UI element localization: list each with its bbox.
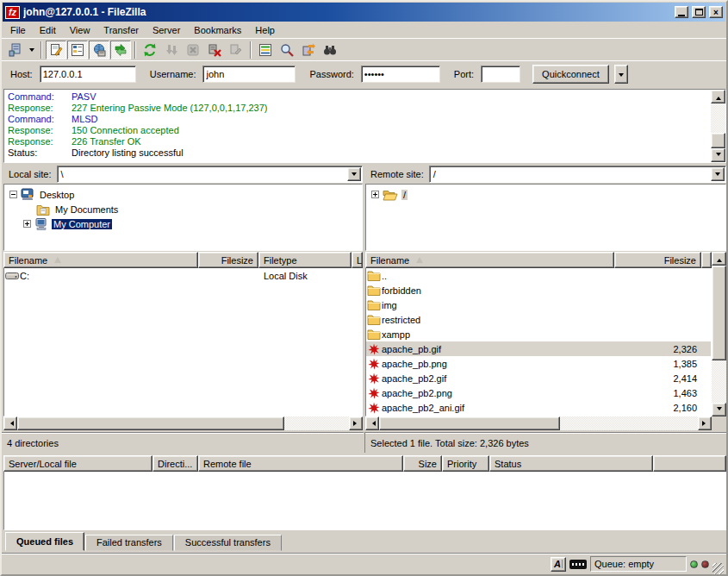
log-vertical-scrollbar[interactable] [711, 90, 725, 162]
remote-site-combo[interactable]: / [429, 166, 726, 183]
refresh-button[interactable] [140, 41, 160, 59]
tree-item-root[interactable]: / [366, 187, 725, 202]
local-site-combo[interactable]: \ [57, 166, 363, 183]
process-queue-button[interactable] [161, 41, 182, 59]
synchronized-browsing-button[interactable] [298, 41, 319, 59]
remote-vertical-scrollbar[interactable] [712, 252, 726, 416]
column-header-size[interactable]: Size [403, 455, 442, 472]
tree-item-my-computer[interactable]: My Computer [4, 216, 362, 231]
message-log-toggle-button[interactable] [46, 41, 66, 59]
file-row[interactable]: apache_pb2_ani.gif 2,160 [366, 400, 711, 415]
folder-icon [367, 285, 381, 296]
scroll-down-button[interactable] [712, 403, 726, 416]
username-input[interactable] [202, 66, 296, 83]
transfer-queue-list[interactable] [3, 472, 726, 530]
column-header-filetype[interactable]: Filetype [258, 252, 352, 268]
tab-failed-transfers[interactable]: Failed transfers [85, 535, 173, 551]
tree-item-desktop[interactable]: Desktop [4, 187, 362, 202]
column-header-direction[interactable]: Directi... [152, 455, 198, 472]
transfer-queue-toggle-button[interactable] [110, 41, 131, 59]
disconnect-button[interactable] [204, 41, 225, 59]
scrollbar-thumb[interactable] [712, 266, 726, 360]
sort-ascending-icon [54, 257, 61, 263]
remote-file-list[interactable]: .. forbidden img restricted xampp apache… [365, 268, 712, 416]
menu-transfer[interactable]: Transfer [96, 23, 146, 37]
log-row: Command:PASV [8, 91, 711, 103]
menu-file[interactable]: File [3, 23, 33, 37]
scrollbar-thumb[interactable] [17, 416, 284, 430]
toolbar [2, 38, 726, 60]
menu-view[interactable]: View [63, 23, 97, 37]
scroll-up-button[interactable] [711, 90, 725, 103]
resize-grip[interactable] [712, 563, 724, 574]
password-input[interactable] [361, 66, 440, 83]
file-row[interactable]: restricted [366, 312, 711, 327]
remote-tree-toggle-button[interactable] [89, 41, 109, 59]
column-header-remote-file[interactable]: Remote file [198, 455, 403, 472]
file-row[interactable]: apache_pb.png 1,385 [366, 356, 711, 371]
column-header-filename[interactable]: Filename [365, 252, 614, 268]
log-row: Response:226 Transfer OK [8, 136, 711, 147]
file-row[interactable]: xampp [366, 327, 711, 341]
host-label: Host: [10, 69, 33, 79]
scroll-right-button[interactable] [349, 416, 363, 430]
file-row[interactable]: img [366, 297, 711, 312]
scroll-right-button[interactable] [698, 416, 712, 430]
speed-limit-indicator-icon[interactable] [569, 560, 587, 569]
site-manager-button[interactable] [4, 41, 25, 59]
maximize-button[interactable] [692, 6, 706, 18]
collapse-icon[interactable] [9, 191, 17, 198]
column-header-filename[interactable]: Filename [3, 252, 198, 268]
scroll-left-button[interactable] [365, 416, 379, 430]
file-row[interactable]: apache_pb2.gif 2,414 [366, 371, 711, 385]
column-header-status[interactable]: Status [489, 455, 653, 472]
scrollbar-thumb[interactable] [711, 133, 725, 148]
menu-help[interactable]: Help [248, 23, 282, 37]
minimize-button[interactable] [675, 6, 688, 18]
tab-successful-transfers[interactable]: Successful transfers [174, 535, 282, 551]
message-log-body[interactable]: Command:PASV Response:227 Entering Passi… [4, 90, 711, 162]
column-header-filesize[interactable]: Filesize [614, 252, 701, 268]
column-header-filesize[interactable]: Filesize [198, 252, 258, 268]
expand-icon[interactable] [23, 220, 31, 228]
file-row-selected[interactable]: apache_pb.gif 2,326 [366, 341, 711, 356]
menu-server[interactable]: Server [146, 23, 187, 37]
local-tree-toggle-button[interactable] [67, 41, 88, 59]
cancel-operation-button[interactable] [183, 41, 203, 59]
menu-edit[interactable]: Edit [33, 23, 63, 37]
status-bar: A Queue: empty [2, 553, 726, 574]
refresh-icon [143, 43, 157, 57]
column-header-last-modified[interactable]: L [352, 252, 363, 268]
tree-item-my-documents[interactable]: My Documents [4, 202, 362, 216]
directory-comparison-button[interactable] [320, 41, 340, 59]
port-input[interactable] [481, 66, 520, 83]
combo-dropdown-button[interactable] [347, 167, 361, 181]
filter-button[interactable] [255, 41, 276, 59]
close-button[interactable]: × [709, 6, 723, 18]
remote-horizontal-scrollbar[interactable] [365, 416, 712, 430]
reconnect-button[interactable] [226, 41, 246, 59]
local-file-list[interactable]: C: Local Disk [3, 268, 363, 416]
title-bar[interactable]: fz john@127.0.0.1 - FileZilla × [3, 3, 725, 22]
local-horizontal-scrollbar[interactable] [3, 416, 363, 430]
find-files-button[interactable] [277, 41, 297, 59]
file-row[interactable]: .. [366, 268, 711, 283]
scroll-up-button[interactable] [712, 252, 726, 266]
menu-bookmarks[interactable]: Bookmarks [187, 23, 248, 37]
column-header-server-local-file[interactable]: Server/Local file [3, 455, 152, 472]
quickconnect-dropdown-button[interactable] [614, 65, 628, 84]
scroll-down-button[interactable] [711, 148, 725, 162]
combo-dropdown-button[interactable] [711, 167, 725, 181]
scroll-left-button[interactable] [3, 416, 17, 430]
expand-icon[interactable] [371, 191, 379, 198]
file-row[interactable]: forbidden [366, 283, 711, 297]
quickconnect-button[interactable]: Quickconnect [532, 65, 609, 84]
file-row[interactable]: apache_pb2.png 1,463 [366, 385, 711, 400]
site-manager-dropdown-button[interactable] [26, 41, 37, 59]
scrollbar-thumb[interactable] [379, 416, 560, 430]
column-header-priority[interactable]: Priority [442, 455, 489, 472]
host-input[interactable] [40, 66, 136, 83]
tab-queued-files[interactable]: Queued files [5, 532, 84, 551]
transfer-type-indicator[interactable]: A [551, 557, 566, 572]
file-row-c-drive[interactable]: C: Local Disk [4, 268, 362, 283]
